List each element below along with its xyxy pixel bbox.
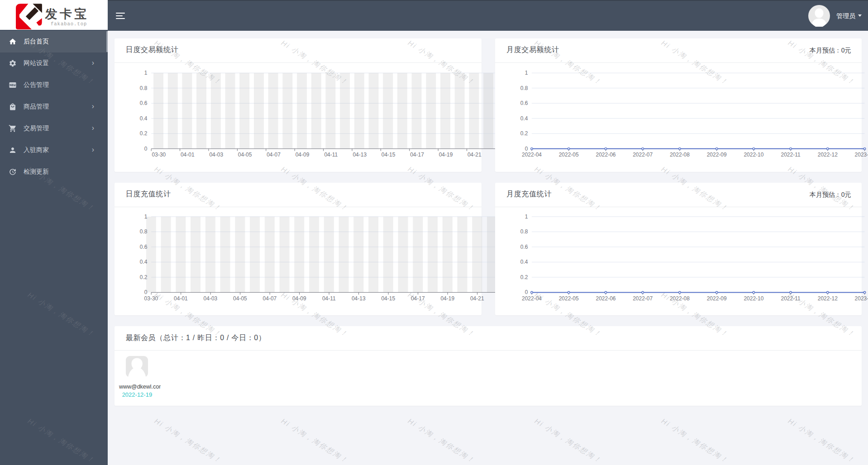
svg-text:0: 0 xyxy=(525,146,528,152)
svg-text:2022-05: 2022-05 xyxy=(559,152,579,158)
svg-text:1: 1 xyxy=(144,214,148,220)
svg-text:2022-11: 2022-11 xyxy=(781,295,801,302)
svg-text:0.8: 0.8 xyxy=(140,85,148,91)
svg-text:fakabao.top: fakabao.top xyxy=(51,21,87,27)
svg-text:2022-07: 2022-07 xyxy=(633,295,653,302)
svg-text:04-09: 04-09 xyxy=(296,152,310,158)
svg-text:0.6: 0.6 xyxy=(520,100,528,106)
svg-text:0: 0 xyxy=(144,146,148,152)
svg-text:0.4: 0.4 xyxy=(140,259,148,265)
svg-text:2023-01: 2023-01 xyxy=(855,152,868,158)
svg-text:0.2: 0.2 xyxy=(520,130,528,137)
svg-text:04-15: 04-15 xyxy=(381,295,395,302)
svg-text:04-07: 04-07 xyxy=(267,152,281,158)
svg-text:0.6: 0.6 xyxy=(140,244,148,250)
svg-text:2022-09: 2022-09 xyxy=(707,152,727,158)
svg-text:0.2: 0.2 xyxy=(140,274,148,280)
svg-text:0: 0 xyxy=(144,289,148,295)
svg-text:0.8: 0.8 xyxy=(520,228,528,235)
svg-text:03-30: 03-30 xyxy=(152,152,166,158)
svg-text:04-01: 04-01 xyxy=(181,152,195,158)
svg-text:04-11: 04-11 xyxy=(322,295,336,302)
svg-text:04-05: 04-05 xyxy=(233,295,247,302)
svg-text:04-21: 04-21 xyxy=(470,295,484,302)
svg-text:2022-05: 2022-05 xyxy=(559,295,579,302)
svg-text:04-15: 04-15 xyxy=(382,152,396,158)
svg-text:04-03: 04-03 xyxy=(204,295,218,302)
svg-text:0.2: 0.2 xyxy=(140,130,148,137)
svg-text:2022-10: 2022-10 xyxy=(744,295,763,302)
svg-text:0.4: 0.4 xyxy=(520,259,528,265)
svg-text:2022-06: 2022-06 xyxy=(596,152,615,158)
svg-text:04-17: 04-17 xyxy=(411,295,425,302)
svg-text:2022-04: 2022-04 xyxy=(522,152,542,158)
svg-text:0.4: 0.4 xyxy=(140,115,148,122)
svg-text:03-30: 03-30 xyxy=(144,295,158,302)
svg-text:2022-08: 2022-08 xyxy=(670,295,690,302)
svg-text:2022-06: 2022-06 xyxy=(596,295,615,302)
svg-text:发卡宝: 发卡宝 xyxy=(45,7,90,21)
svg-text:0.8: 0.8 xyxy=(520,85,528,91)
svg-text:04-05: 04-05 xyxy=(238,152,252,158)
svg-text:04-21: 04-21 xyxy=(467,152,482,158)
svg-text:04-01: 04-01 xyxy=(174,295,188,302)
svg-text:1: 1 xyxy=(525,214,528,220)
svg-text:2022-07: 2022-07 xyxy=(633,152,653,158)
svg-text:2022-09: 2022-09 xyxy=(707,295,727,302)
svg-text:0.6: 0.6 xyxy=(140,100,148,106)
svg-text:2022-12: 2022-12 xyxy=(818,295,838,302)
svg-text:04-13: 04-13 xyxy=(352,295,366,302)
svg-text:0.6: 0.6 xyxy=(520,244,528,250)
svg-text:04-09: 04-09 xyxy=(292,295,306,302)
svg-text:2022-04: 2022-04 xyxy=(522,295,542,302)
svg-text:0.8: 0.8 xyxy=(140,228,148,235)
svg-text:2022-08: 2022-08 xyxy=(670,152,690,158)
svg-text:04-19: 04-19 xyxy=(440,295,454,302)
svg-text:04-07: 04-07 xyxy=(263,295,277,302)
svg-text:04-17: 04-17 xyxy=(410,152,424,158)
svg-text:04-13: 04-13 xyxy=(353,152,367,158)
svg-text:04-11: 04-11 xyxy=(324,152,338,158)
svg-text:04-03: 04-03 xyxy=(209,152,223,158)
svg-text:1: 1 xyxy=(525,70,528,76)
svg-text:2022-10: 2022-10 xyxy=(744,152,763,158)
svg-text:04-19: 04-19 xyxy=(439,152,453,158)
svg-text:2022-11: 2022-11 xyxy=(781,152,801,158)
svg-text:0.4: 0.4 xyxy=(520,115,528,122)
svg-text:2023-01: 2023-01 xyxy=(855,295,868,302)
svg-text:1: 1 xyxy=(144,70,148,76)
svg-text:2022-12: 2022-12 xyxy=(818,152,838,158)
svg-text:0: 0 xyxy=(525,289,528,295)
svg-text:0.2: 0.2 xyxy=(520,274,528,280)
